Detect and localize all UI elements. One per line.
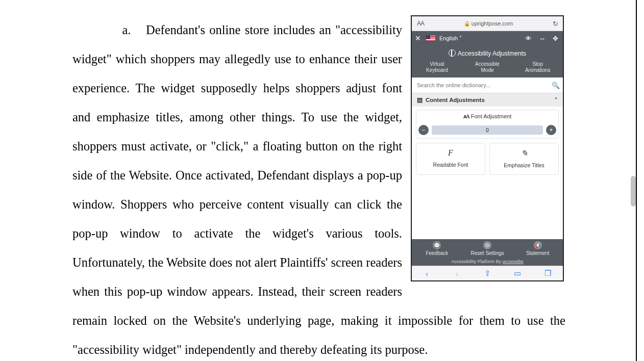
us-flag-icon [426, 35, 435, 41]
megaphone-icon: 📢 [534, 241, 542, 249]
content-adjustments-body: ᴀAFont Adjustment − 0 + F Readable Font … [412, 107, 563, 175]
chevron-up-icon: ˄ [555, 97, 558, 104]
emphasize-titles-icon: ✎ [492, 148, 556, 158]
move-icon[interactable]: ✥ [551, 35, 560, 42]
book-icon: ▤ [417, 96, 423, 104]
content-adjustments-header[interactable]: ▤ Content Adjustments ˄ [412, 93, 563, 107]
statement-button[interactable]: 📢 Statement [512, 240, 563, 257]
dictionary-search-row: 🔍 [412, 78, 563, 93]
bookmarks-button[interactable]: ▭ [503, 269, 533, 278]
list-item-label: a. [107, 15, 146, 44]
reload-button[interactable]: ↻ [548, 20, 563, 28]
phone-screenshot: AA 🔒uprightpose.com ↻ ✕ English ˅ 👁 ↔ ✥ … [411, 15, 564, 281]
body-text-before: Defendant's online store includes an "ac… [72, 23, 402, 327]
virtual-keyboard-button[interactable]: VirtualKeyboard [412, 59, 462, 78]
page-scrollbar-thumb[interactable] [631, 176, 636, 207]
emphasize-titles-tile[interactable]: ✎ Emphasize Titles [489, 143, 559, 175]
font-slider: − 0 + [418, 125, 556, 135]
reset-icon: ⟳ [483, 241, 491, 249]
forward-button[interactable]: › [442, 269, 472, 278]
decrease-font-button[interactable]: − [418, 125, 429, 135]
document-page: a.Defendant's online store includes an "… [0, 0, 637, 361]
address-field[interactable]: 🔒uprightpose.com [429, 20, 548, 27]
accessibility-person-icon [449, 49, 456, 57]
accessibe-link[interactable]: accessiBe [503, 259, 524, 264]
domain-text: uprightpose.com [472, 20, 513, 27]
font-size-icon: ᴀA [463, 113, 469, 119]
safari-bottom-bar: ‹ › ⇪ ▭ ❐ [412, 266, 563, 280]
font-value-track[interactable]: 0 [432, 125, 543, 135]
share-button[interactable]: ⇪ [472, 269, 502, 278]
font-adjustment-card: ᴀAFont Adjustment − 0 + [416, 110, 559, 139]
text-size-button[interactable]: AA [412, 20, 429, 27]
feedback-button[interactable]: 💬 Feedback [412, 240, 462, 257]
readable-font-tile[interactable]: F Readable Font [416, 143, 485, 175]
section-label: Content Adjustments [426, 97, 485, 103]
tabs-button[interactable]: ❐ [533, 269, 563, 278]
back-button[interactable]: ‹ [412, 269, 442, 278]
tiles-row: F Readable Font ✎ Emphasize Titles [416, 143, 559, 175]
platform-credit: Accessibility Platform By accessiBe [412, 258, 563, 266]
accessible-mode-button[interactable]: AccessibleMode [462, 59, 513, 78]
increase-font-button[interactable]: + [546, 125, 556, 135]
font-adjustment-label: ᴀAFont Adjustment [418, 113, 556, 120]
readable-font-icon: F [418, 148, 483, 158]
widget-footer: 💬 Feedback ⟳ Reset Settings 📢 Statement … [412, 239, 563, 266]
mode-buttons-row: VirtualKeyboard AccessibleMode StopAnima… [412, 59, 563, 78]
widget-heading: Accessibility Adjustments [412, 45, 563, 59]
widget-title: Accessibility Adjustments [458, 50, 526, 57]
reset-settings-button[interactable]: ⟳ Reset Settings [462, 240, 513, 257]
horizontal-arrows-icon[interactable]: ↔ [537, 35, 547, 42]
language-selector[interactable]: English ˅ [439, 35, 462, 42]
stop-animations-button[interactable]: StopAnimations [512, 59, 563, 78]
lock-icon: 🔒 [464, 21, 470, 27]
close-icon[interactable]: ✕ [415, 34, 422, 42]
search-icon[interactable]: 🔍 [549, 82, 563, 89]
dictionary-search-input[interactable] [412, 82, 549, 88]
safari-address-bar: AA 🔒uprightpose.com ↻ [412, 16, 563, 31]
eye-icon[interactable]: 👁 [524, 35, 533, 42]
widget-top-bar: ✕ English ˅ 👁 ↔ ✥ [412, 31, 563, 45]
speech-bubble-icon: 💬 [433, 241, 441, 249]
